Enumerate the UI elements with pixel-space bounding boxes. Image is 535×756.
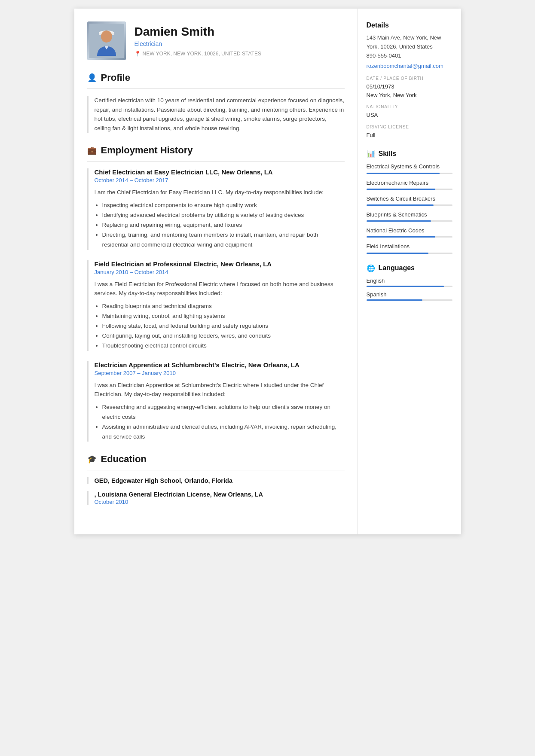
job-block: Electrician Apprentice at Schlumbrecht's…: [87, 361, 345, 442]
svg-point-3: [101, 30, 112, 43]
nationality-value: USA: [367, 111, 452, 119]
skill-bar-fill: [367, 173, 440, 174]
profile-section-header: 👤 Profile: [87, 72, 345, 83]
details-title: Details: [367, 21, 452, 29]
job-dates: October 2014 – October 2017: [95, 177, 345, 183]
job-block: Chief Electrician at Easy Electrician LL…: [87, 168, 345, 250]
birthplace-text: New York, New York: [367, 92, 417, 98]
employment-section: 💼 Employment History Chief Electrician a…: [87, 145, 345, 442]
job-bullets: Researching and suggesting energy-effici…: [95, 402, 345, 442]
phone-text: 890-555-0401: [367, 52, 401, 59]
skill-item: National Electric Codes: [367, 227, 452, 238]
profile-divider: [87, 88, 345, 89]
skill-item: Field Installations: [367, 243, 452, 253]
languages-icon: 🌐: [367, 264, 375, 272]
employment-icon: 💼: [87, 146, 97, 155]
skill-name: Electromechanic Repairs: [367, 179, 452, 187]
candidate-job-title: Electrician: [135, 40, 262, 47]
employment-section-header: 💼 Employment History: [87, 145, 345, 156]
driving-value: Full: [367, 131, 452, 140]
skill-bar-bg: [367, 236, 452, 238]
job-bullet: Assisting in administrative and clerical…: [102, 422, 345, 442]
education-title: Education: [101, 454, 147, 465]
languages-title: Languages: [379, 264, 415, 272]
job-bullet: Directing, training, and mentoring team …: [102, 230, 345, 250]
languages-container: English Spanish: [367, 277, 452, 301]
job-block: Field Electrician at Professional Electr…: [87, 260, 345, 351]
skill-item: Switches & Circuit Breakers: [367, 195, 452, 206]
job-bullet: Configuring, laying out, and installing …: [102, 331, 345, 341]
avatar: [87, 21, 126, 60]
edu-block: , Louisiana General Electrician License,…: [87, 491, 345, 505]
job-desc: I was a Field Electrician for Profession…: [95, 280, 345, 298]
profile-icon: 👤: [87, 73, 97, 82]
job-bullets: Inspecting electrical components to ensu…: [95, 201, 345, 250]
skill-bar-fill: [367, 253, 428, 254]
education-section-header: 🎓 Education: [87, 454, 345, 465]
job-title-text: Chief Electrician at Easy Electrician LL…: [95, 168, 345, 176]
job-bullet: Researching and suggesting energy-effici…: [102, 402, 345, 422]
address-text: 143 Main Ave, New York, New York, 10026,…: [367, 34, 441, 50]
language-item: English: [367, 277, 452, 287]
job-desc: I was an Electrician Apprentice at Schlu…: [95, 381, 345, 399]
skill-bar-fill: [367, 220, 431, 222]
language-bar-bg: [367, 286, 452, 287]
skill-bar-fill: [367, 236, 435, 238]
dob-label: DATE / PLACE OF BIRTH: [367, 76, 452, 81]
language-bar-bg: [367, 299, 452, 301]
job-bullet: Troubleshooting electrical control circu…: [102, 341, 345, 351]
job-title-text: Electrician Apprentice at Schlumbrecht's…: [95, 361, 345, 369]
skill-bar-bg: [367, 253, 452, 254]
job-dates: January 2010 – October 2014: [95, 269, 345, 275]
skill-name: National Electric Codes: [367, 227, 452, 235]
location-text: NEW YORK, NEW YORK, 10026, UNITED STATES: [143, 51, 262, 57]
skill-bar-bg: [367, 189, 452, 190]
dob-text: 05/10/1973: [367, 83, 394, 90]
candidate-location: 📍 NEW YORK, NEW YORK, 10026, UNITED STAT…: [135, 51, 262, 57]
edu-title: GED, Edgewater High School, Orlando, Flo…: [95, 477, 345, 484]
profile-text: Certified electrician with 10 years of r…: [87, 96, 345, 133]
skill-bar-fill: [367, 204, 434, 206]
skill-item: Electrical Systems & Controls: [367, 163, 452, 174]
language-name: Spanish: [367, 291, 452, 298]
skill-name: Field Installations: [367, 243, 452, 250]
right-column: Details 143 Main Ave, New York, New York…: [358, 9, 461, 534]
skills-section-header: 📊 Skills: [367, 149, 452, 158]
job-title-text: Field Electrician at Professional Electr…: [95, 260, 345, 268]
languages-section-header: 🌐 Languages: [367, 264, 452, 272]
nationality-label: NATIONALITY: [367, 104, 452, 109]
skill-item: Blueprints & Schematics: [367, 211, 452, 222]
job-bullet: Reading blueprints and technical diagram…: [102, 302, 345, 311]
education-section: 🎓 Education GED, Edgewater High School, …: [87, 454, 345, 505]
skill-item: Electromechanic Repairs: [367, 179, 452, 190]
driving-label: DRIVING LICENSE: [367, 125, 452, 129]
language-name: English: [367, 277, 452, 284]
resume-header: Damien Smith Electrician 📍 NEW YORK, NEW…: [87, 21, 345, 60]
jobs-container: Chief Electrician at Easy Electrician LL…: [87, 168, 345, 442]
job-bullet: Inspecting electrical components to ensu…: [102, 201, 345, 210]
job-bullets: Reading blueprints and technical diagram…: [95, 302, 345, 351]
skill-bar-bg: [367, 220, 452, 222]
language-bar-fill: [367, 286, 444, 287]
edu-dates: October 2010: [95, 499, 345, 505]
edu-block: GED, Edgewater High School, Orlando, Flo…: [87, 477, 345, 484]
skill-bar-bg: [367, 204, 452, 206]
job-desc: I am the Chief Electrician for Easy Elec…: [95, 188, 345, 197]
job-bullet: Identifying advanced electrical problems…: [102, 210, 345, 220]
employment-divider: [87, 161, 345, 162]
email-link[interactable]: rozenboomchantal@gmail.com: [367, 63, 452, 69]
left-column: Damien Smith Electrician 📍 NEW YORK, NEW…: [74, 9, 358, 534]
resume-wrapper: Damien Smith Electrician 📍 NEW YORK, NEW…: [74, 9, 461, 534]
skill-bar-fill: [367, 189, 435, 190]
skills-container: Electrical Systems & Controls Electromec…: [367, 163, 452, 253]
profile-section: 👤 Profile Certified electrician with 10 …: [87, 72, 345, 133]
details-address: 143 Main Ave, New York, New York, 10026,…: [367, 34, 452, 60]
skill-name: Switches & Circuit Breakers: [367, 195, 452, 203]
profile-title: Profile: [101, 72, 130, 83]
job-bullet: Following state, local, and federal buil…: [102, 321, 345, 331]
skill-bar-bg: [367, 173, 452, 174]
language-item: Spanish: [367, 291, 452, 301]
dob-value: 05/10/1973 New York, New York: [367, 82, 452, 99]
edu-container: GED, Edgewater High School, Orlando, Flo…: [87, 477, 345, 505]
skills-title: Skills: [379, 150, 397, 158]
